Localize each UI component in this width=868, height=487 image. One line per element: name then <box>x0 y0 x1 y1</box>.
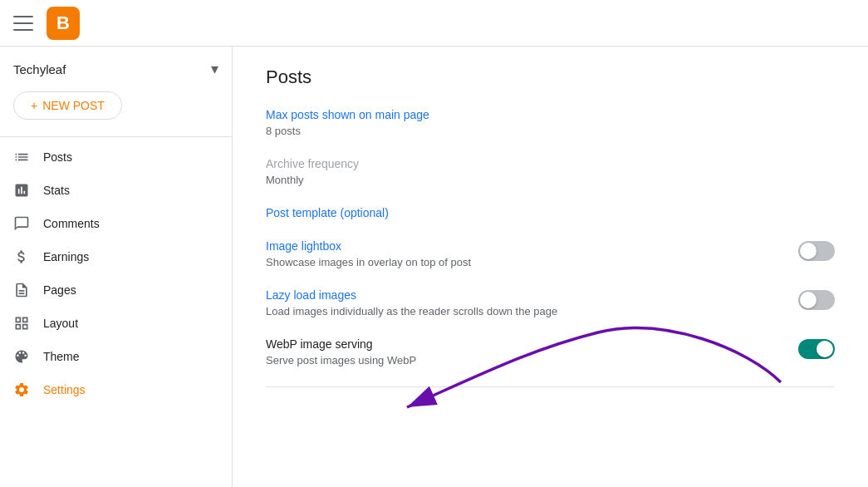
dropdown-arrow-icon: ▾ <box>211 60 218 78</box>
settings-icon <box>13 381 30 398</box>
lightbox-label[interactable]: Image lightbox <box>266 239 785 253</box>
section-divider <box>266 386 835 387</box>
lazy-load-info: Lazy load images Load images individuall… <box>266 288 785 317</box>
top-bar: B <box>0 0 868 47</box>
sidebar-item-posts[interactable]: Posts <box>0 140 225 174</box>
setting-archive-freq: Archive frequency Monthly <box>266 157 835 186</box>
lazy-load-toggle[interactable] <box>798 290 835 310</box>
webp-label[interactable]: WebP image serving <box>266 337 785 351</box>
sidebar-item-settings[interactable]: Settings <box>0 373 225 406</box>
sidebar-item-label-posts: Posts <box>43 150 72 164</box>
main-layout: Techyleaf ▾ + NEW POST Posts Stats Comme <box>0 47 868 487</box>
max-posts-value: 8 posts <box>266 125 835 137</box>
blog-name: Techyleaf <box>13 62 66 76</box>
webp-toggle-thumb <box>817 341 833 357</box>
max-posts-label[interactable]: Max posts shown on main page <box>266 108 835 121</box>
lazy-load-toggle-thumb <box>800 292 817 308</box>
archive-freq-label[interactable]: Archive frequency <box>266 157 835 170</box>
setting-webp-serving: WebP image serving Serve post images usi… <box>266 337 835 366</box>
webp-info: WebP image serving Serve post images usi… <box>266 337 785 366</box>
layout-icon <box>13 315 30 332</box>
theme-icon <box>13 348 30 365</box>
lightbox-toggle[interactable] <box>798 241 835 261</box>
hamburger-menu[interactable] <box>13 13 33 33</box>
sidebar-item-layout[interactable]: Layout <box>0 307 225 340</box>
earnings-icon <box>13 248 30 265</box>
new-post-plus-icon: + <box>31 99 37 112</box>
sidebar-item-theme[interactable]: Theme <box>0 340 225 373</box>
sidebar-item-pages[interactable]: Pages <box>0 273 225 307</box>
post-template-label[interactable]: Post template (optional) <box>266 206 835 219</box>
lazy-load-label[interactable]: Lazy load images <box>266 288 785 302</box>
lightbox-toggle-thumb <box>800 243 817 259</box>
sidebar-item-label-stats: Stats <box>43 184 70 197</box>
sidebar-item-label-comments: Comments <box>43 217 100 230</box>
sidebar-item-earnings[interactable]: Earnings <box>0 240 225 273</box>
pages-icon <box>13 282 30 298</box>
posts-icon <box>13 149 30 165</box>
sidebar-item-label-earnings: Earnings <box>43 250 89 263</box>
setting-lazy-load: Lazy load images Load images individuall… <box>266 288 835 317</box>
sidebar-item-label-theme: Theme <box>43 350 80 363</box>
lazy-load-description: Load images individually as the reader s… <box>266 305 785 317</box>
lightbox-description: Showcase images in overlay on top of pos… <box>266 256 785 268</box>
sidebar-item-comments[interactable]: Comments <box>0 207 225 240</box>
setting-max-posts: Max posts shown on main page 8 posts <box>266 108 835 137</box>
stats-icon <box>13 182 30 199</box>
sidebar: Techyleaf ▾ + NEW POST Posts Stats Comme <box>0 47 233 487</box>
lightbox-info: Image lightbox Showcase images in overla… <box>266 239 785 268</box>
sidebar-item-label-settings: Settings <box>43 383 86 396</box>
blog-selector[interactable]: Techyleaf ▾ <box>0 53 232 91</box>
content-area: Posts Max posts shown on main page 8 pos… <box>233 47 868 487</box>
section-title: Posts <box>266 66 835 88</box>
setting-post-template: Post template (optional) <box>266 206 835 219</box>
sidebar-item-stats[interactable]: Stats <box>0 174 225 207</box>
new-post-label: NEW POST <box>42 99 105 112</box>
webp-toggle[interactable] <box>798 339 835 359</box>
blogger-logo: B <box>47 7 80 40</box>
sidebar-divider <box>0 136 232 137</box>
new-post-button[interactable]: + NEW POST <box>13 91 122 120</box>
setting-image-lightbox: Image lightbox Showcase images in overla… <box>266 239 835 268</box>
sidebar-item-label-pages: Pages <box>43 283 76 297</box>
archive-freq-value: Monthly <box>266 174 835 186</box>
sidebar-item-label-layout: Layout <box>43 317 78 330</box>
webp-description: Serve post images using WebP <box>266 354 785 366</box>
comments-icon <box>13 215 30 232</box>
